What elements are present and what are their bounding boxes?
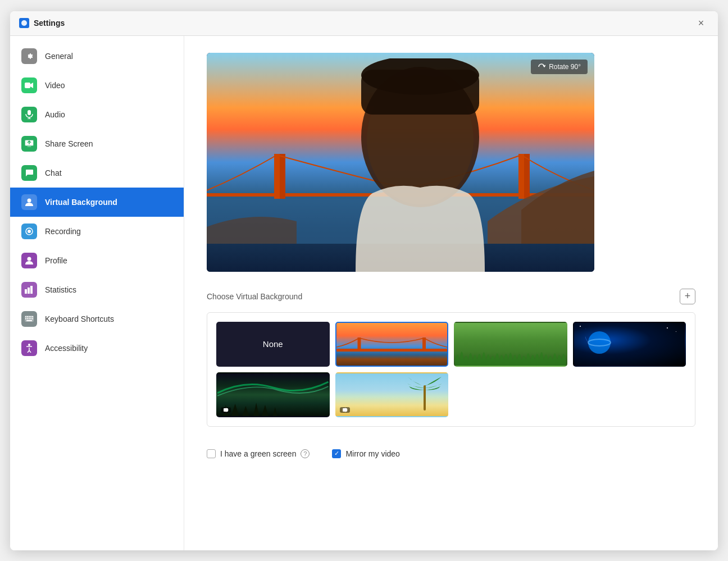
svg-rect-11 xyxy=(25,289,27,294)
sidebar-label-chat: Chat xyxy=(45,168,62,177)
background-golden-gate[interactable] xyxy=(335,322,449,367)
video-preview: Rotate 90° xyxy=(207,53,594,272)
sidebar-item-recording[interactable]: Recording xyxy=(10,217,184,246)
share-screen-icon xyxy=(21,136,37,152)
svg-rect-17 xyxy=(29,316,30,317)
background-grass[interactable] xyxy=(454,322,567,367)
sidebar-label-virtual-background: Virtual Background xyxy=(45,198,117,207)
svg-rect-23 xyxy=(30,318,31,320)
section-header: Choose Virtual Background + xyxy=(207,289,695,304)
svg-rect-13 xyxy=(30,286,33,294)
backgrounds-section: Choose Virtual Background + None xyxy=(207,289,695,427)
section-title: Choose Virtual Background xyxy=(207,292,302,301)
svg-rect-1 xyxy=(25,83,30,88)
titlebar-left: Settings xyxy=(19,18,65,28)
green-screen-option: I have a green screen ? xyxy=(207,449,310,458)
app-icon xyxy=(19,18,29,28)
video-badge-beach xyxy=(340,407,350,413)
green-screen-label: I have a green screen xyxy=(220,449,296,458)
profile-icon xyxy=(21,253,37,268)
sidebar-label-audio: Audio xyxy=(45,110,65,119)
sidebar-item-audio[interactable]: Audio xyxy=(10,100,184,129)
rotate-button-label: Rotate 90° xyxy=(549,63,581,71)
svg-rect-2 xyxy=(28,110,31,115)
video-icon xyxy=(21,77,37,93)
background-none[interactable]: None xyxy=(216,322,330,367)
bottom-options: I have a green screen ? ✓ Mirror my vide… xyxy=(207,449,695,458)
settings-window: Settings × General xyxy=(10,11,718,550)
svg-rect-37 xyxy=(336,349,448,352)
svg-rect-36 xyxy=(361,70,479,115)
svg-rect-20 xyxy=(25,318,26,320)
close-button[interactable]: × xyxy=(693,15,709,31)
sidebar-item-share-screen[interactable]: Share Screen xyxy=(10,129,184,158)
person-layer xyxy=(207,53,594,272)
sidebar-item-virtual-background[interactable]: Virtual Background xyxy=(10,188,184,217)
video-dot-icon-2 xyxy=(343,408,347,412)
video-dot-icon xyxy=(224,408,228,412)
svg-point-26 xyxy=(28,344,30,346)
content-area: General Video xyxy=(10,36,718,550)
virtual-background-icon xyxy=(21,194,37,210)
titlebar: Settings × xyxy=(10,11,718,36)
audio-icon xyxy=(21,107,37,122)
svg-point-0 xyxy=(21,20,27,26)
svg-rect-19 xyxy=(32,316,33,317)
sidebar-label-statistics: Statistics xyxy=(45,285,76,294)
green-screen-checkbox[interactable] xyxy=(207,449,216,458)
space-stars xyxy=(574,323,685,366)
background-space[interactable] xyxy=(573,322,686,367)
svg-point-10 xyxy=(28,257,31,261)
svg-rect-21 xyxy=(27,318,28,320)
svg-rect-25 xyxy=(26,320,32,321)
svg-rect-18 xyxy=(30,316,31,317)
rotate-button[interactable]: Rotate 90° xyxy=(531,60,588,74)
add-background-button[interactable]: + xyxy=(680,289,695,304)
svg-rect-42 xyxy=(424,385,426,411)
sidebar-label-keyboard-shortcuts: Keyboard Shortcuts xyxy=(45,314,114,323)
sidebar-label-profile: Profile xyxy=(45,256,67,265)
recording-icon xyxy=(21,224,37,239)
sidebar-label-general: General xyxy=(45,52,73,61)
mirror-video-option: ✓ Mirror my video xyxy=(332,449,399,458)
svg-rect-22 xyxy=(29,318,30,320)
sidebar-label-share-screen: Share Screen xyxy=(45,139,93,148)
chat-icon xyxy=(21,165,37,181)
backgrounds-grid: None xyxy=(207,312,695,427)
svg-rect-15 xyxy=(25,316,26,317)
rotate-icon xyxy=(538,63,545,71)
sidebar-item-keyboard-shortcuts[interactable]: Keyboard Shortcuts xyxy=(10,304,184,334)
help-icon[interactable]: ? xyxy=(301,449,310,458)
sidebar-label-video: Video xyxy=(45,81,65,90)
keyboard-icon xyxy=(21,311,37,327)
sidebar-item-accessibility[interactable]: Accessibility xyxy=(10,334,184,363)
statistics-icon xyxy=(21,282,37,298)
svg-rect-38 xyxy=(357,337,361,350)
sidebar-label-accessibility: Accessibility xyxy=(45,344,88,353)
video-badge-aurora xyxy=(221,407,231,413)
svg-point-7 xyxy=(28,198,31,202)
mirror-video-checkbox[interactable]: ✓ xyxy=(332,449,341,458)
main-panel: Rotate 90° Choose Virtual Background + N… xyxy=(184,36,718,550)
svg-rect-39 xyxy=(422,337,426,350)
gear-icon xyxy=(21,48,37,64)
background-beach[interactable] xyxy=(335,372,449,417)
none-label: None xyxy=(263,339,283,349)
sidebar-item-statistics[interactable]: Statistics xyxy=(10,275,184,304)
window-title: Settings xyxy=(34,19,65,28)
svg-point-9 xyxy=(28,230,31,233)
sidebar-item-video[interactable]: Video xyxy=(10,71,184,100)
svg-rect-12 xyxy=(28,288,30,294)
sidebar-item-profile[interactable]: Profile xyxy=(10,246,184,275)
sidebar-item-chat[interactable]: Chat xyxy=(10,158,184,188)
sidebar-label-recording: Recording xyxy=(45,227,81,236)
sidebar: General Video xyxy=(10,36,184,550)
svg-rect-16 xyxy=(27,316,28,317)
background-aurora[interactable] xyxy=(216,372,330,417)
svg-rect-24 xyxy=(32,318,33,320)
accessibility-icon xyxy=(21,340,37,356)
mirror-video-label: Mirror my video xyxy=(345,449,399,458)
sidebar-item-general[interactable]: General xyxy=(10,42,184,71)
